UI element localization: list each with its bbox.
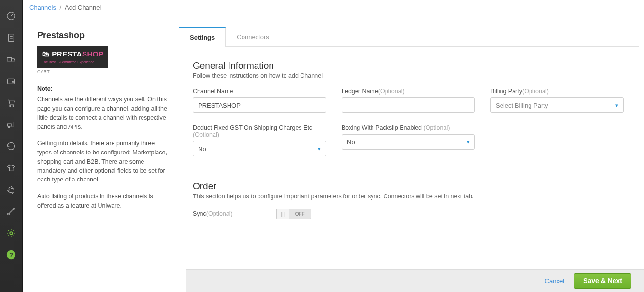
refresh-icon [6,141,16,152]
note-label: Note: [37,84,169,94]
order-heading: Order [193,181,624,192]
chevron-down-icon: ▾ [467,139,470,145]
nav-reports[interactable] [0,27,22,48]
ledger-name-input[interactable] [342,97,475,113]
info-column: Prestashop 🛍 PRESTASHOP The Best E-Comme… [23,15,177,292]
nav-settings[interactable] [0,222,22,244]
nav-help[interactable]: ? [0,244,22,265]
form-scroll: General Information Follow these instruc… [177,47,639,292]
billing-party-label: Billing Party(Optional) [490,88,624,95]
field-billing-party: Billing Party(Optional) Select Billing P… [490,88,624,113]
form-column: Settings Connectors General Information … [177,15,644,292]
gauge-icon [6,11,16,21]
tab-settings[interactable]: Settings [179,27,226,47]
app-root: ? Channels / Add Channel Prestashop 🛍 PR… [0,0,644,292]
wallet-icon [6,76,16,86]
order-subtext: This section helps us to configure impor… [193,193,624,200]
svg-point-8 [13,105,14,107]
note-p2: Getting into details, there are primaril… [37,139,169,184]
toggle-handle-icon: ||| [277,209,289,219]
tabs: Settings Connectors [179,27,639,47]
svg-point-10 [8,126,10,128]
cart-label: CART [37,69,169,76]
svg-point-7 [10,105,11,107]
svg-point-13 [10,232,12,234]
field-ledger-name: Ledger Name(Optional) [342,88,475,113]
svg-rect-4 [7,57,12,61]
prestashop-logo: 🛍 PRESTASHOP The Best E-Commerce Experie… [37,46,108,68]
note-p3: Auto listing of products in these channe… [37,192,169,210]
nav-dashboard[interactable] [0,5,22,27]
general-section-header: General Information Follow these instruc… [193,60,624,79]
breadcrumb-sep: / [60,4,62,11]
chevron-down-icon: ▾ [615,102,618,109]
section-divider [193,234,624,234]
field-boxing-packslip: Boxing With Packslip Enabled (Optional) … [342,125,475,156]
nav-recycle[interactable] [0,179,22,200]
cart-icon [6,97,16,108]
breadcrumb: Channels / Add Channel [23,0,644,15]
tab-connectors[interactable]: Connectors [226,27,280,47]
note-p1: Channels are the different ways you sell… [37,95,169,131]
field-channel-name: Channel Name [193,88,326,113]
field-deduct-gst: Deduct Fixed GST On Shipping Charges Etc… [193,125,326,156]
sync-label: Sync(Optional) [193,210,233,217]
boxing-label: Boxing With Packslip Enabled (Optional) [342,125,475,131]
chevron-down-icon: ▾ [318,146,321,152]
content-row: Prestashop 🛍 PRESTASHOP The Best E-Comme… [23,15,644,292]
order-section-header: Order This section helps us to configure… [193,181,624,200]
save-next-button[interactable]: Save & Next [574,273,631,289]
recycle-icon [6,184,16,195]
nav-wallet[interactable] [0,70,22,92]
breadcrumb-channels-link[interactable]: Channels [29,4,56,11]
forklift-icon [6,119,16,130]
nav-cart[interactable] [0,92,22,113]
breadcrumb-current: Add Channel [65,4,101,11]
svg-point-6 [12,81,14,82]
section-divider [193,168,624,168]
gear-icon [6,228,16,238]
truck-icon [6,54,16,65]
footer-bar: Cancel Save & Next [186,269,644,292]
deduct-gst-label: Deduct Fixed GST On Shipping Charges Etc… [193,125,326,138]
icon-sidebar: ? [0,0,23,292]
document-icon [6,32,16,43]
channel-name-label: Channel Name [193,88,326,95]
nav-history[interactable] [0,135,22,157]
svg-rect-1 [9,34,14,41]
tools-icon [6,206,16,217]
svg-rect-9 [8,124,11,126]
ledger-name-label: Ledger Name(Optional) [342,88,475,95]
tshirt-icon [6,163,16,173]
main-panel: Channels / Add Channel Prestashop 🛍 PRES… [23,0,644,292]
deduct-gst-select[interactable]: No ▾ [193,141,326,156]
spacer-field [490,125,624,156]
nav-shipping[interactable] [0,48,22,70]
boxing-select[interactable]: No ▾ [342,134,475,150]
general-heading: General Information [193,60,624,71]
sync-toggle[interactable]: ||| OFF [276,209,311,219]
general-subtext: Follow these instructions on how to add … [193,72,624,79]
nav-tools[interactable] [0,200,22,222]
nav-products[interactable] [0,157,22,179]
billing-party-select[interactable]: Select Billing Party ▾ [490,97,624,113]
svg-text:?: ? [9,251,13,258]
toggle-off-label: OFF [289,211,311,217]
help-icon: ? [6,250,16,260]
channel-title: Prestashop [37,29,169,42]
nav-inventory[interactable] [0,113,22,135]
channel-name-input[interactable] [193,97,326,113]
cancel-button[interactable]: Cancel [545,278,564,285]
